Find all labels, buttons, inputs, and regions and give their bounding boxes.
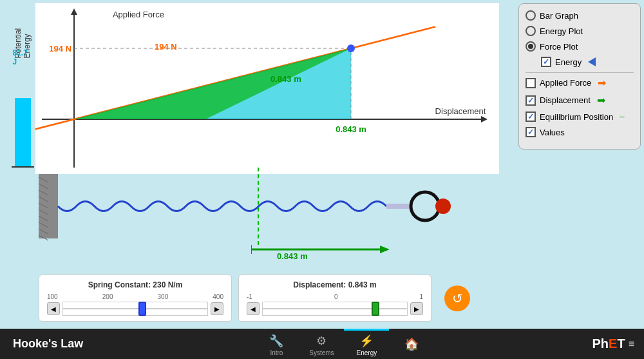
- force-plot-label: Force Plot: [540, 42, 578, 52]
- home-icon: 🏠: [404, 337, 419, 351]
- systems-icon: ⚙: [316, 334, 327, 348]
- right-panel: Bar Graph Energy Plot Force Plot Energy …: [518, 3, 641, 150]
- energy-label: Energy: [555, 57, 582, 67]
- tab-intro[interactable]: 🔧 Intro: [254, 329, 299, 359]
- force-plot-graph: [35, 3, 499, 174]
- controls-area: Spring Constant: 230 N/m 100 200 300 400…: [39, 267, 470, 329]
- applied-force-checkbox-item[interactable]: Applied Force ➡: [526, 77, 634, 89]
- tab-energy[interactable]: ⚡ Energy: [344, 329, 389, 359]
- displacement-checkbox[interactable]: [526, 95, 536, 106]
- bar-graph-radio[interactable]: [526, 10, 536, 21]
- equilibrium-label: Equilibrium Position: [540, 112, 613, 122]
- bar-graph-label: Bar Graph: [540, 11, 578, 21]
- spring-decrease-btn[interactable]: ◀: [47, 302, 60, 315]
- disp-slider-thumb[interactable]: [372, 302, 379, 316]
- displacement-arrow: [251, 242, 399, 258]
- tab-home[interactable]: 🏠: [389, 329, 434, 359]
- app-title: Hooke's Law: [0, 337, 96, 351]
- disp-value-label: 0.843 m: [270, 74, 301, 84]
- spring-slider-thumb[interactable]: [138, 302, 146, 316]
- disp-slider-wrapper[interactable]: ◀ ▶: [247, 302, 423, 316]
- tab-energy-label: Energy: [357, 349, 377, 356]
- displacement-label: Displacement: [540, 95, 591, 105]
- spring-constant-label: Spring Constant: 230 N/m: [47, 280, 223, 289]
- intro-icon: 🔧: [269, 334, 283, 348]
- potential-energy-bar-container: Potential Energy 81.7 J: [3, 6, 42, 168]
- spring-increase-btn[interactable]: ▶: [211, 302, 223, 315]
- equilibrium-checkbox[interactable]: [526, 112, 536, 122]
- displacement-value-label: 0.843 m: [277, 251, 308, 261]
- energy-checkbox-item[interactable]: Energy: [541, 57, 634, 67]
- values-checkbox[interactable]: [526, 127, 536, 137]
- values-checkbox-item[interactable]: Values: [526, 127, 634, 137]
- energy-icon: ⚡: [359, 334, 374, 348]
- energy-sub-item: Energy: [541, 57, 634, 67]
- displacement-control: Displacement: 0.843 m -1 0 1 ◀ ▶: [238, 275, 431, 322]
- displacement-checkbox-item[interactable]: Displacement ➡: [526, 94, 634, 106]
- displacement-arrow-icon: ➡: [597, 94, 605, 106]
- force-value-label: 194 N: [155, 42, 177, 52]
- applied-force-arrow-icon: ➡: [598, 77, 606, 89]
- pe-bar-area: 81.7 J: [12, 61, 34, 168]
- tab-intro-label: Intro: [270, 349, 283, 356]
- panel-divider: [526, 72, 634, 73]
- spring-slider-labels: 100 200 300 400: [47, 293, 223, 300]
- spring-visual: [39, 168, 451, 251]
- energy-checkbox[interactable]: [541, 57, 551, 67]
- equilibrium-checkbox-item[interactable]: Equilibrium Position ┄: [526, 112, 634, 122]
- pe-value: 81.7 J: [13, 48, 34, 66]
- disp-decrease-btn[interactable]: ◀: [247, 302, 260, 315]
- pe-bar: [15, 98, 31, 166]
- energy-plot-radio[interactable]: [526, 26, 536, 36]
- values-label: Values: [540, 128, 565, 137]
- spring-area: 0.843 m: [39, 168, 457, 271]
- energy-plot-label: Energy Plot: [540, 26, 583, 36]
- force-plot-option[interactable]: Force Plot: [526, 41, 634, 52]
- energy-plot-option[interactable]: Energy Plot: [526, 26, 634, 36]
- tab-systems-label: Systems: [309, 349, 334, 356]
- spring-slider-track[interactable]: [62, 302, 208, 316]
- menu-icon[interactable]: ≡: [629, 338, 634, 350]
- disp-slider-labels: -1 0 1: [247, 293, 423, 300]
- displacement-label: Displacement: 0.843 m: [247, 280, 423, 289]
- force-plot-radio[interactable]: [526, 41, 536, 52]
- disp-slider-track[interactable]: [262, 302, 408, 316]
- disp-increase-btn[interactable]: ▶: [410, 302, 423, 315]
- equilibrium-line: [258, 168, 259, 245]
- reload-button[interactable]: ↺: [444, 286, 470, 311]
- tab-systems[interactable]: ⚙ Systems: [299, 329, 344, 359]
- svg-marker-1: [380, 246, 390, 253]
- spring-slider-wrapper[interactable]: ◀ ▶: [47, 302, 223, 316]
- applied-force-label: Applied Force: [540, 78, 591, 88]
- phet-logo: PhET ≡: [592, 336, 644, 351]
- spring-constant-control: Spring Constant: 230 N/m 100 200 300 400…: [39, 275, 232, 322]
- bottom-tabs: 🔧 Intro ⚙ Systems ⚡ Energy 🏠: [96, 329, 592, 359]
- energy-triangle-icon: [588, 57, 596, 66]
- phet-text: PhET: [592, 336, 625, 351]
- equilibrium-dashed-icon: ┄: [620, 112, 626, 122]
- bar-graph-option[interactable]: Bar Graph: [526, 10, 634, 21]
- applied-force-checkbox[interactable]: [526, 78, 536, 88]
- bottom-bar: Hooke's Law 🔧 Intro ⚙ Systems ⚡ Energy 🏠…: [0, 329, 644, 359]
